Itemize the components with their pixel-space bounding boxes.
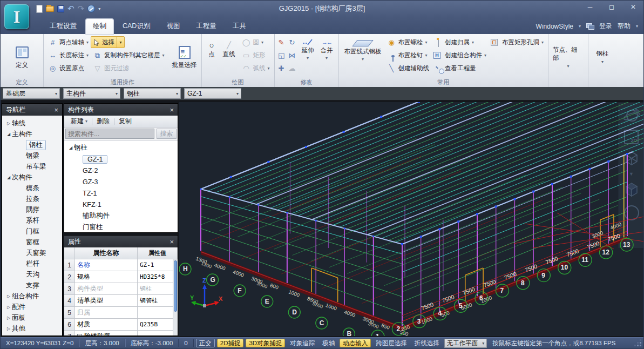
undo-icon[interactable]: ↶: [67, 4, 74, 14]
work-plane-select[interactable]: 无工作平面▾: [444, 339, 487, 348]
nav-item-12[interactable]: 天窗架: [2, 247, 62, 258]
toggle-3D对象捕捉[interactable]: 3D对象捕捉: [246, 339, 285, 347]
close-button[interactable]: ✕: [626, 3, 640, 12]
move-icon[interactable]: ✚: [277, 64, 286, 72]
rect-hole-button[interactable]: 布置矩形孔洞▾: [489, 36, 546, 48]
orbit-tool-icon[interactable]: [622, 108, 641, 125]
maximize-button[interactable]: ◻: [605, 3, 619, 12]
component-item-GZ-3[interactable]: GZ-3: [64, 176, 178, 187]
quantity-button[interactable]: 查看工程量: [431, 62, 489, 74]
toggle-折线选择[interactable]: 折线选择: [412, 339, 442, 347]
nav-item-6[interactable]: 檩条: [2, 183, 62, 193]
properties-scrollbar[interactable]: [173, 259, 178, 335]
app-logo[interactable]: I: [4, 4, 29, 29]
stud-button[interactable]: 布置栓钉▾: [385, 49, 432, 61]
nav-item-14[interactable]: 天沟: [2, 269, 62, 280]
toggle-跨图层选择[interactable]: 跨图层选择: [373, 339, 410, 347]
steel-column-button[interactable]: 钢柱▾: [594, 49, 611, 65]
nav-item-2[interactable]: 钢柱: [2, 139, 62, 150]
new-component-button[interactable]: 新建▾: [67, 116, 91, 126]
window-style-menu[interactable]: WindowStyle: [536, 23, 573, 30]
property-row-规格[interactable]: 2规格HD325*8: [64, 271, 178, 283]
toggle-极轴[interactable]: 极轴: [320, 339, 337, 347]
nav-item-5[interactable]: ◢次构件: [2, 172, 62, 183]
component-item-GZ-1[interactable]: GZ-1: [64, 153, 178, 165]
batch-select-button[interactable]: 批量选择: [170, 36, 199, 78]
line-plate-button[interactable]: 布置线式钢板▾: [341, 36, 385, 78]
composite-button[interactable]: H创建组合构件▾: [431, 49, 489, 61]
select-button[interactable]: 选择 ▾: [91, 36, 125, 48]
layers-icon[interactable]: [586, 23, 594, 29]
merge-button[interactable]: →← 合并▾: [317, 36, 336, 78]
new-file-icon[interactable]: [36, 4, 43, 14]
menu-tab-4[interactable]: 工程量: [189, 19, 223, 34]
toggle-对象追踪[interactable]: 对象追踪: [287, 339, 317, 347]
properties-panel-close-icon[interactable]: ×: [170, 238, 174, 246]
nav-item-18[interactable]: ▷面板: [2, 312, 62, 323]
extend-button[interactable]: 延伸▾: [299, 36, 317, 78]
shaded-view-tool-icon[interactable]: [622, 180, 641, 199]
open-file-icon[interactable]: [46, 4, 54, 14]
menu-tab-3[interactable]: 视图: [159, 19, 187, 34]
length-dimension-button[interactable]: ↔长度标注▾: [46, 49, 91, 61]
component-item-TZ-1[interactable]: TZ-1: [64, 187, 178, 199]
define-button[interactable]: 定义: [13, 36, 31, 78]
nav-item-7[interactable]: 拉条: [2, 193, 62, 204]
view-mode-caret-icon[interactable]: ▼: [629, 172, 634, 176]
copy-component-button[interactable]: 复制: [116, 116, 135, 126]
component-search-button[interactable]: 搜索: [157, 129, 177, 139]
wireframe-view-tool-icon[interactable]: [622, 149, 641, 167]
view-2d-tool-icon[interactable]: 2D: [622, 130, 641, 144]
aux-line-button[interactable]: ╲创建辅助线: [385, 62, 432, 74]
orbit-ring-tool-icon[interactable]: [622, 204, 641, 222]
property-row-材质[interactable]: 6材质Q235B: [64, 319, 178, 331]
floor-select[interactable]: 基础层▾: [3, 88, 60, 99]
type-select[interactable]: 钢柱▾: [124, 88, 181, 99]
menu-tab-0[interactable]: 工程设置: [43, 19, 84, 34]
toggle-动态输入[interactable]: 动态输入: [340, 339, 371, 347]
property-row-名称[interactable]: 1名称GZ-1: [64, 259, 178, 271]
nav-item-0[interactable]: ▷轴线: [2, 118, 62, 129]
erase-icon[interactable]: ✎: [277, 38, 286, 46]
ownership-button[interactable]: 创建归属▾: [431, 36, 489, 48]
component-select[interactable]: GZ-1▾: [184, 88, 241, 99]
menu-tab-1[interactable]: 绘制: [86, 19, 113, 34]
scale-icon[interactable]: ◱: [277, 51, 286, 59]
nav-panel-close-icon[interactable]: ×: [54, 106, 58, 114]
nav-item-10[interactable]: 门框: [2, 226, 62, 237]
delete-component-button[interactable]: 删除: [93, 116, 113, 126]
toggle-2D捕捉[interactable]: 2D捕捉: [217, 339, 244, 347]
property-row-清单类型[interactable]: 4清单类型钢管柱: [64, 295, 178, 307]
component-search-input[interactable]: [65, 129, 154, 139]
property-row-归属[interactable]: 5归属: [64, 307, 178, 319]
help-menu[interactable]: 帮助: [618, 22, 631, 31]
property-row-构件类型[interactable]: 3构件类型钢柱: [64, 283, 178, 295]
select-dropdown-icon[interactable]: ▾: [117, 37, 124, 48]
property-row-除锈防腐[interactable]: 7+除锈防腐: [64, 331, 178, 335]
set-origin-button[interactable]: ◎设置原点: [46, 62, 91, 74]
resize-grip[interactable]: [635, 340, 641, 346]
point-button[interactable]: ○点: [204, 36, 220, 78]
node-detail-button[interactable]: 节点、细部▾: [551, 45, 586, 70]
component-panel-close-icon[interactable]: ×: [170, 106, 174, 114]
menu-tab-2[interactable]: CAD识别: [116, 19, 157, 34]
pen-tool-icon[interactable]: [87, 4, 95, 14]
component-item-辅助构件[interactable]: 辅助构件: [64, 210, 178, 222]
minimize-button[interactable]: ─: [583, 3, 597, 12]
nav-item-17[interactable]: ▷配件: [2, 301, 62, 312]
component-item-门窗柱[interactable]: 门窗柱: [64, 222, 178, 232]
nav-item-1[interactable]: ◢主构件: [2, 129, 62, 139]
login-button[interactable]: 登录: [599, 22, 612, 31]
two-point-aux-button[interactable]: #两点辅轴▾: [46, 36, 91, 48]
nav-item-11[interactable]: 窗框: [2, 237, 62, 247]
toggle-正交[interactable]: 正交: [196, 339, 215, 347]
redo-icon[interactable]: ↷: [78, 4, 85, 14]
nav-item-8[interactable]: 隅撑: [2, 204, 62, 215]
nav-item-9[interactable]: 系杆: [2, 215, 62, 226]
category-select[interactable]: 主构件▾: [63, 88, 120, 99]
rotate-icon[interactable]: ↻: [288, 38, 297, 46]
nav-item-16[interactable]: ▷组合构件: [2, 291, 62, 301]
save-icon[interactable]: [57, 4, 64, 14]
nav-item-15[interactable]: 支撑: [2, 280, 62, 291]
menu-tab-5[interactable]: 工具: [226, 19, 253, 34]
